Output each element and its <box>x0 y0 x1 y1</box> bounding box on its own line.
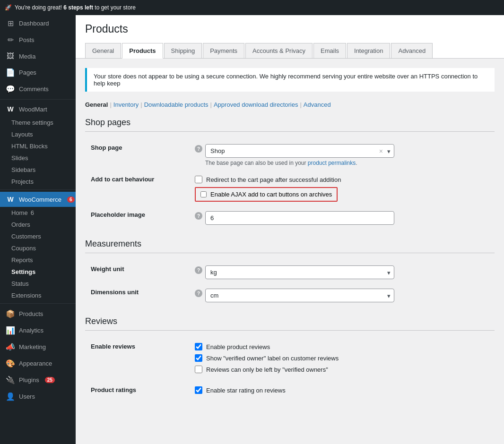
dimensions-unit-field: ? cm m mm in yd ▾ <box>195 289 489 302</box>
shop-page-select-wrapper: Shop × ▾ <box>205 144 394 158</box>
reports-label: Reports <box>11 256 33 264</box>
sidebar-item-dashboard[interactable]: ⊞ Dashboard <box>0 15 76 32</box>
verified-owner-checkbox[interactable] <box>195 354 202 362</box>
verified-owner-label: Show "verified owner" label on customer … <box>206 355 339 362</box>
page-header: Products General Products Shipping Payme… <box>76 15 504 59</box>
sidebar-item-pages[interactable]: 📄 Pages <box>0 64 76 81</box>
sidebar-item-users[interactable]: 👤 Users <box>0 388 76 405</box>
weight-unit-select[interactable]: kg g lbs oz <box>205 265 394 279</box>
sidebar-item-products[interactable]: 📦 Products <box>0 306 76 322</box>
woocommerce-badge: 6 <box>67 196 75 203</box>
users-icon: 👤 <box>6 392 15 401</box>
sidebar-item-label: Comments <box>19 85 49 93</box>
subnav-advanced[interactable]: Advanced <box>304 101 331 108</box>
placeholder-help-icon[interactable]: ? <box>195 212 202 220</box>
status-label: Status <box>11 280 29 287</box>
settings-table-shop: Shop page ? Shop × ▾ <box>85 139 495 230</box>
sidebar-item-plugins[interactable]: 🔌 Plugins 25 <box>0 372 76 388</box>
appearance-icon: 🎨 <box>6 359 15 368</box>
media-icon: 🖼 <box>6 52 15 60</box>
sidebar-item-posts[interactable]: ✏ Posts <box>0 32 76 48</box>
main-content: Products General Products Shipping Payme… <box>76 15 504 444</box>
sidebar-sub-customers[interactable]: Customers <box>0 231 76 242</box>
sidebar-sub-home[interactable]: Home 6 <box>0 207 76 219</box>
sidebar-sub-coupons[interactable]: Coupons <box>0 242 76 254</box>
star-rating-checkbox[interactable] <box>195 386 202 394</box>
ajax-label: Enable AJAX add to cart buttons on archi… <box>210 191 332 198</box>
shop-page-hint: The base page can also be used in your p… <box>205 160 394 166</box>
shop-page-field: ? Shop × ▾ The base pa <box>195 144 489 166</box>
plugins-label: Plugins <box>19 376 39 384</box>
sidebar-sub-projects[interactable]: Projects <box>0 176 76 188</box>
product-permalinks-link[interactable]: product permalinks <box>308 160 356 166</box>
tab-advanced[interactable]: Advanced <box>391 43 433 58</box>
ajax-checkbox-highlight: Enable AJAX add to cart buttons on archi… <box>195 187 338 202</box>
tab-accounts-privacy[interactable]: Accounts & Privacy <box>245 43 313 58</box>
only-verified-label: Reviews can only be left by "verified ow… <box>206 366 328 373</box>
woocommerce-icon: W <box>6 196 15 203</box>
sidebar-item-woocommerce[interactable]: W WooCommerce 6 <box>0 192 76 207</box>
shop-page-row: Shop page ? Shop × ▾ <box>85 139 495 171</box>
sidebar-sub-reports[interactable]: Reports <box>0 254 76 266</box>
sidebar-sub-layouts[interactable]: Layouts <box>0 128 76 140</box>
product-ratings-row: Product ratings Enable star rating on re… <box>85 382 495 402</box>
sidebar-sub-sidebars[interactable]: Sidebars <box>0 164 76 176</box>
sidebars-label: Sidebars <box>11 166 35 173</box>
sidebar-item-analytics[interactable]: 📊 Analytics <box>0 322 76 339</box>
sidebar-sub-orders[interactable]: Orders <box>0 219 76 231</box>
placeholder-image-row: Placeholder image ? <box>85 206 495 230</box>
notice-bar: Your store does not appear to be using a… <box>85 68 495 92</box>
appearance-label: Appearance <box>19 360 52 367</box>
sidebar-item-label: Posts <box>19 36 35 43</box>
sidebar-item-comments[interactable]: 💬 Comments <box>0 81 76 97</box>
tab-shipping[interactable]: Shipping <box>164 43 202 58</box>
tab-payments[interactable]: Payments <box>203 43 244 58</box>
weight-help-icon[interactable]: ? <box>195 266 202 274</box>
sidebar-sub-status[interactable]: Status <box>0 278 76 290</box>
woodmart-icon: W <box>6 105 15 113</box>
enable-product-reviews-checkbox[interactable] <box>195 343 202 350</box>
sidebar-sub-theme-settings[interactable]: Theme settings <box>0 117 76 128</box>
woocommerce-label: WooCommerce <box>19 196 61 203</box>
extensions-label: Extensions <box>11 292 42 299</box>
sidebar-sub-slides[interactable]: Slides <box>0 152 76 164</box>
tab-emails[interactable]: Emails <box>313 43 346 58</box>
sidebar-item-woodmart[interactable]: W WoodMart <box>0 102 76 117</box>
subnav-inventory[interactable]: Inventory <box>113 101 139 108</box>
tab-integration[interactable]: Integration <box>347 43 390 58</box>
subnav-downloadable[interactable]: Downloadable products <box>144 101 209 108</box>
dimensions-unit-select[interactable]: cm m mm in yd <box>205 289 394 302</box>
reviews-heading: Reviews <box>85 316 495 331</box>
sidebar-item-label: Dashboard <box>19 20 49 27</box>
redirect-checkbox-row: Redirect to the cart page after successf… <box>195 176 489 183</box>
top-bar: 🚀 You're doing great! 6 steps left to ge… <box>0 0 504 15</box>
measurements-heading: Measurements <box>85 239 495 253</box>
sidebar-sub-extensions[interactable]: Extensions <box>0 290 76 301</box>
only-verified-checkbox[interactable] <box>195 366 202 373</box>
sidebar-sub-html-blocks[interactable]: HTML Blocks <box>0 140 76 152</box>
sidebar-sub-settings[interactable]: Settings <box>0 266 76 278</box>
shop-page-help-icon[interactable]: ? <box>195 145 202 153</box>
sidebar-item-appearance[interactable]: 🎨 Appearance <box>0 355 76 372</box>
subnav-approved-dirs[interactable]: Approved download directories <box>214 101 298 108</box>
dimensions-help-icon[interactable]: ? <box>195 290 202 297</box>
enable-reviews-row: Enable reviews Enable product reviews Sh… <box>85 338 495 382</box>
tab-general[interactable]: General <box>85 43 121 58</box>
enable-product-reviews-row: Enable product reviews <box>195 343 489 350</box>
tab-products[interactable]: Products <box>122 43 163 59</box>
comments-icon: 💬 <box>6 85 15 94</box>
home-badge: 6 <box>31 209 34 216</box>
select-clear-icon[interactable]: × <box>379 147 383 155</box>
subnav-general[interactable]: General <box>85 101 108 108</box>
orders-label: Orders <box>11 221 30 228</box>
settings-label: Settings <box>11 268 35 275</box>
redirect-checkbox[interactable] <box>195 176 202 183</box>
ajax-checkbox[interactable] <box>200 191 207 197</box>
analytics-label: Analytics <box>19 327 43 334</box>
projects-label: Projects <box>11 178 34 185</box>
placeholder-image-input[interactable] <box>205 211 394 225</box>
plugins-badge: 25 <box>45 377 55 383</box>
sidebar-item-media[interactable]: 🖼 Media <box>0 48 76 64</box>
sidebar-item-marketing[interactable]: 📣 Marketing <box>0 339 76 355</box>
shop-page-select[interactable]: Shop <box>205 144 394 158</box>
